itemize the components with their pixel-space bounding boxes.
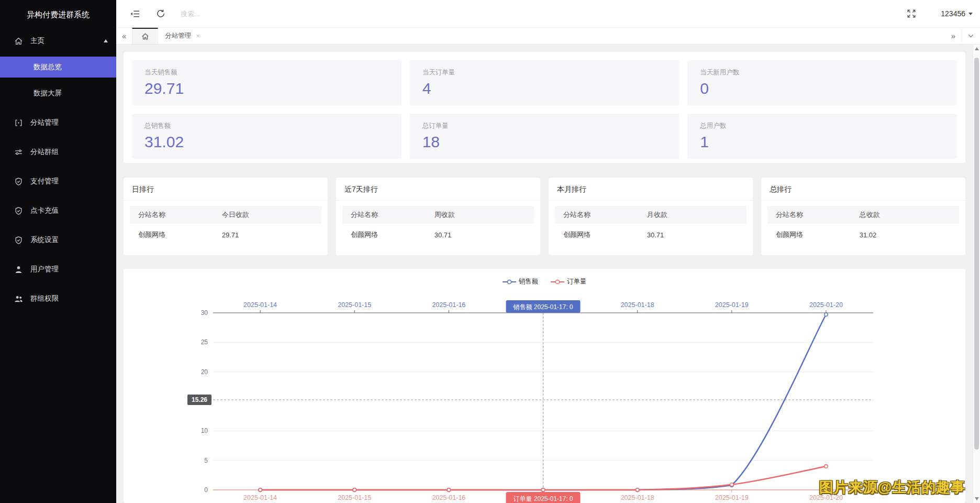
- shield-check-icon: [14, 206, 23, 215]
- rank-card-total: 总排行 分站名称 总收款 创颜网络 31.02: [761, 178, 965, 255]
- legend-item-sales[interactable]: 销售额: [503, 277, 539, 286]
- refresh-icon[interactable]: [156, 9, 165, 18]
- sidebar-item-label: 支付管理: [30, 177, 59, 186]
- amount: 30.71: [435, 231, 534, 239]
- data-point: [636, 488, 639, 491]
- tab-home[interactable]: [132, 28, 158, 44]
- watermark-text: 图片来源@生活的趣事: [819, 478, 965, 497]
- svg-text:2025-01-14: 2025-01-14: [243, 494, 277, 501]
- sidebar: 异构付费进群系统 主页 数据总览 数据大屏 分站管理: [0, 0, 116, 503]
- stat-value: 18: [422, 133, 667, 151]
- data-point: [447, 488, 450, 491]
- sidebar-item-label: 分站管理: [30, 118, 59, 127]
- scroll-up-icon[interactable]: [975, 47, 979, 50]
- stats-panel: 当天销售额 29.71 当天订单量 4 当天新用户数 0 总销售额 31.02 …: [124, 52, 965, 163]
- svg-text:2025-01-18: 2025-01-18: [621, 494, 654, 501]
- sidebar-menu: 主页 数据总览 数据大屏 分站管理 分站群组: [0, 29, 116, 309]
- table-row: 创颜网络 30.71: [555, 224, 747, 246]
- user-dropdown[interactable]: 123456: [941, 9, 973, 18]
- sidebar-item-label: 用户管理: [30, 265, 59, 274]
- chart-panel: 销售额 订单量 05102025302025-01-142025-01-1420…: [124, 269, 965, 503]
- stat-label: 当天销售额: [144, 68, 389, 77]
- rank-card-daily: 日排行 分站名称 今日收款 创颜网络 29.71: [124, 178, 328, 255]
- rank-title: 近7天排行: [336, 178, 540, 201]
- rank-title: 总排行: [761, 178, 965, 201]
- sidebar-item-label: 群组权限: [30, 294, 59, 303]
- tabbar: « 分站管理 × »: [116, 28, 980, 45]
- legend-label: 订单量: [567, 277, 587, 286]
- sidebar-item-site-groups[interactable]: 分站群组: [0, 141, 116, 162]
- column-header: 分站名称: [767, 210, 860, 220]
- sidebar-item-group-permission[interactable]: 群组权限: [0, 288, 116, 309]
- data-point: [825, 313, 828, 316]
- svg-text:订单量 2025-01-17: 0: 订单量 2025-01-17: 0: [513, 495, 573, 502]
- legend-item-orders[interactable]: 订单量: [551, 277, 587, 286]
- sidebar-item-payment[interactable]: 支付管理: [0, 171, 116, 192]
- caret-down-icon: [968, 13, 973, 15]
- table-row: 创颜网络 29.71: [130, 224, 321, 246]
- stat-value: 1: [700, 133, 944, 151]
- svg-text:15.26: 15.26: [192, 396, 207, 403]
- rank-card-month: 本月排行 分站名称 月收款 创颜网络 30.71: [549, 178, 753, 255]
- table-header: 分站名称 月收款: [555, 206, 747, 224]
- table-row: 创颜网络 31.02: [767, 224, 959, 246]
- svg-text:2025-01-20: 2025-01-20: [809, 301, 843, 309]
- svg-text:10: 10: [201, 427, 208, 434]
- sidebar-item-system-settings[interactable]: 系统设置: [0, 229, 116, 250]
- stat-card-total-orders: 总订单量 18: [410, 114, 680, 159]
- sidebar-item-user-manage[interactable]: 用户管理: [0, 259, 116, 280]
- table-header: 分站名称 总收款: [767, 206, 959, 224]
- legend-marker-icon: [503, 279, 516, 285]
- shield-check-icon: [14, 177, 23, 186]
- vertical-scrollbar[interactable]: [973, 45, 980, 503]
- menu-toggle-icon[interactable]: [130, 9, 140, 19]
- stat-value: 4: [422, 80, 667, 97]
- svg-text:5: 5: [204, 457, 208, 464]
- sidebar-item-label: 分站群组: [30, 147, 59, 157]
- tabs-menu-icon[interactable]: [961, 28, 980, 44]
- tab-site-manage[interactable]: 分站管理 ×: [158, 28, 207, 44]
- tabbar-right: »: [945, 28, 980, 44]
- topbar: 123456: [116, 0, 980, 28]
- column-header: 分站名称: [342, 210, 435, 220]
- svg-text:30: 30: [201, 309, 208, 316]
- rank-title: 本月排行: [549, 178, 753, 201]
- sliders-icon: [14, 148, 23, 157]
- sidebar-item-data-overview[interactable]: 数据总览: [0, 57, 116, 78]
- site-name: 创颜网络: [767, 230, 860, 239]
- sidebar-item-site-manage[interactable]: 分站管理: [0, 112, 116, 133]
- amount: 31.02: [860, 231, 959, 239]
- main-content: 当天销售额 29.71 当天订单量 4 当天新用户数 0 总销售额 31.02 …: [116, 45, 980, 503]
- search-input[interactable]: [181, 10, 280, 18]
- stat-value: 29.71: [144, 80, 389, 97]
- sidebar-item-card-recharge[interactable]: 点卡充值: [0, 200, 116, 221]
- site-name: 创颜网络: [342, 230, 435, 239]
- sidebar-item-label: 数据总览: [34, 62, 62, 72]
- stat-card-today-orders: 当天订单量 4: [410, 60, 680, 105]
- stat-value: 31.02: [144, 133, 389, 151]
- amount: 29.71: [222, 231, 321, 239]
- tabs-scroll-left-icon[interactable]: «: [116, 28, 132, 44]
- stat-card-total-users: 总用户数 1: [687, 114, 957, 159]
- sidebar-item-label: 点卡充值: [30, 206, 59, 215]
- line-chart[interactable]: 05102025302025-01-142025-01-142025-01-15…: [124, 269, 965, 503]
- svg-text:2025-01-15: 2025-01-15: [338, 494, 371, 501]
- close-icon[interactable]: ×: [196, 32, 200, 40]
- scroll-down-icon[interactable]: [975, 497, 979, 500]
- data-point: [259, 488, 262, 491]
- rank-table: 分站名称 总收款 创颜网络 31.02: [767, 206, 959, 246]
- site-name: 创颜网络: [130, 230, 222, 239]
- legend-marker-icon: [551, 279, 564, 285]
- app-title: 异构付费进群系统: [0, 0, 116, 29]
- sidebar-item-data-screen[interactable]: 数据大屏: [0, 83, 116, 104]
- svg-text:2025-01-16: 2025-01-16: [432, 494, 465, 501]
- scrollbar-thumb[interactable]: [974, 58, 979, 450]
- tabs-scroll-right-icon[interactable]: »: [945, 28, 961, 44]
- column-header: 今日收款: [222, 210, 321, 220]
- data-point: [825, 465, 828, 468]
- sidebar-item-home[interactable]: 主页: [0, 29, 116, 52]
- user-icon: [14, 265, 23, 274]
- ranking-row: 日排行 分站名称 今日收款 创颜网络 29.71 近7天排行 分站名称 周收款: [124, 178, 965, 255]
- sidebar-item-label: 主页: [30, 36, 44, 46]
- fullscreen-icon[interactable]: [907, 9, 916, 18]
